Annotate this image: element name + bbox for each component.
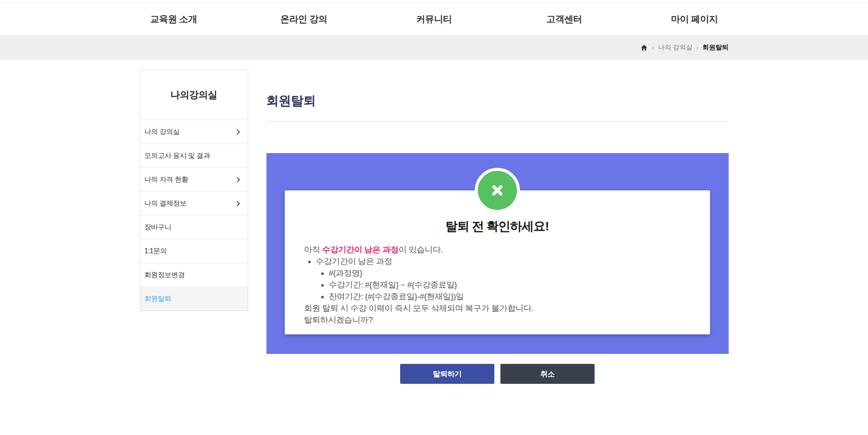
modal-body: 아직 수강기간이 남은 과정이 있습니다. 수강기간이 남은 과정 #{과정명}… [304, 244, 693, 326]
chevron-right-icon [234, 129, 240, 135]
nav-item-0[interactable]: 교육원 소개 [108, 13, 239, 25]
breadcrumb-separator-icon: › [697, 44, 699, 51]
course-detail-item: 수강기간: #{현재일} ~ #{수강종료일} [329, 279, 693, 291]
sidebar-title: 나의강의실 [171, 88, 217, 101]
modal-question-line: 탈퇴하시겠습니까? [304, 314, 693, 326]
cancel-button[interactable]: 취소 [500, 364, 595, 384]
breadcrumb-item-current: 회원탈퇴 [703, 43, 729, 52]
sidebar-item-7[interactable]: 회원탈퇴 [140, 287, 248, 311]
sidebar-item-label: 나의 강의실 [145, 128, 180, 137]
sidebar-item-label: 회원정보변경 [145, 271, 185, 280]
course-detail-list: #{과정명}수강기간: #{현재일} ~ #{수강종료일}잔여기간: (#{수강… [316, 267, 693, 302]
main-navigation: 교육원 소개온라인 강의커뮤니티고객센터마이 페이지 [0, 3, 868, 35]
nav-item-1[interactable]: 온라인 강의 [239, 13, 369, 25]
breadcrumb-band: › 나의 강의실 › 회원탈퇴 [0, 35, 868, 60]
breadcrumb-item-classroom[interactable]: 나의 강의실 [658, 43, 692, 52]
top-hairline-bar [0, 0, 868, 3]
withdraw-confirm-modal: 탈퇴 전 확인하세요! 아직 수강기간이 남은 과정이 있습니다. 수강기간이 … [285, 190, 710, 334]
remaining-course-list: 수강기간이 남은 과정 #{과정명}수강기간: #{현재일} ~ #{수강종료일… [304, 255, 693, 302]
sidebar-item-6[interactable]: 회원정보변경 [140, 263, 248, 287]
sidebar-item-label: 모의고사 응시 및 결과 [145, 151, 210, 160]
sidebar-item-0[interactable]: 나의 강의실 [140, 120, 248, 144]
sidebar-item-label: 나의 자격 현황 [145, 175, 188, 184]
sidebar-item-5[interactable]: 1:1문의 [140, 239, 248, 263]
course-detail-item: #{과정명} [329, 267, 693, 279]
sidebar-item-3[interactable]: 나의 결제정보 [140, 191, 248, 215]
content-area: 나의강의실 나의 강의실모의고사 응시 및 결과나의 자격 현황나의 결제정보장… [140, 70, 729, 384]
sidebar-item-label: 장바구니 [145, 223, 171, 232]
page-title: 회원탈퇴 [266, 92, 729, 110]
breadcrumb-separator-icon: › [652, 44, 654, 51]
withdraw-confirm-panel: 탈퇴 전 확인하세요! 아직 수강기간이 남은 과정이 있습니다. 수강기간이 … [266, 153, 729, 354]
sidebar: 나의강의실 나의 강의실모의고사 응시 및 결과나의 자격 현황나의 결제정보장… [140, 70, 248, 311]
sidebar-item-label: 나의 결제정보 [145, 199, 187, 208]
action-buttons: 탈퇴하기 취소 [266, 364, 729, 384]
course-detail-item: 잔여기간: (#{수강종료일}-#{현재일})일 [329, 291, 693, 302]
nav-item-4[interactable]: 마이 페이지 [629, 13, 760, 25]
withdraw-button[interactable]: 탈퇴하기 [400, 364, 494, 384]
chevron-right-icon [234, 177, 240, 183]
breadcrumb: › 나의 강의실 › 회원탈퇴 [140, 35, 729, 60]
remaining-course-highlight: 수강기간이 남은 과정 [322, 245, 398, 254]
sidebar-item-2[interactable]: 나의 자격 현황 [140, 167, 248, 191]
home-icon[interactable] [640, 44, 648, 52]
nav-item-2[interactable]: 커뮤니티 [369, 13, 499, 25]
modal-warning-line: 회원 탈퇴 시 수강 이력이 즉시 모두 삭제되며 복구가 불가합니다. [304, 302, 693, 314]
sidebar-header: 나의강의실 [140, 70, 248, 120]
main-panel: 회원탈퇴 탈퇴 전 확인하세요! 아직 수강기간이 남은 과정이 있습니다. 수… [266, 70, 729, 384]
nav-items-container: 교육원 소개온라인 강의커뮤니티고객센터마이 페이지 [108, 3, 760, 35]
modal-intro-line: 아직 수강기간이 남은 과정이 있습니다. [304, 244, 693, 255]
sidebar-items-container: 나의 강의실모의고사 응시 및 결과나의 자격 현황나의 결제정보장바구니1:1… [140, 120, 248, 311]
chevron-right-icon [234, 201, 240, 206]
modal-heading: 탈퇴 전 확인하세요! [285, 218, 710, 235]
sidebar-item-1[interactable]: 모의고사 응시 및 결과 [140, 144, 248, 167]
remaining-course-list-item: 수강기간이 남은 과정 #{과정명}수강기간: #{현재일} ~ #{수강종료일… [316, 255, 693, 302]
sidebar-item-4[interactable]: 장바구니 [140, 215, 248, 239]
sidebar-item-label: 회원탈퇴 [145, 294, 171, 304]
nav-item-3[interactable]: 고객센터 [499, 13, 629, 25]
cancel-x-icon [475, 168, 520, 213]
sidebar-item-label: 1:1문의 [145, 247, 167, 256]
title-divider [266, 121, 729, 121]
